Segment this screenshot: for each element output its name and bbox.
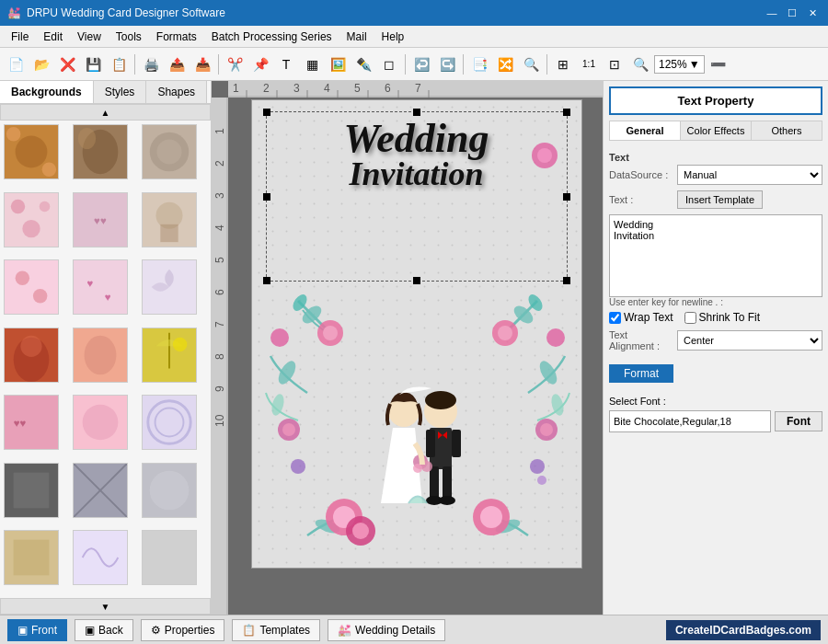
svg-text:♥: ♥ — [87, 277, 94, 289]
datasource-label: DataSource : — [609, 169, 673, 180]
font-value-input[interactable] — [609, 410, 771, 432]
menu-view[interactable]: View — [70, 29, 109, 45]
save-button[interactable]: 💾 — [81, 52, 105, 76]
scroll-down-button[interactable]: ▼ — [0, 598, 211, 615]
floral-decoration — [261, 282, 574, 549]
insert-template-button[interactable]: Insert Template — [677, 190, 763, 209]
scroll-up-button[interactable]: ▲ — [0, 104, 211, 121]
save-as-button[interactable]: 📋 — [107, 52, 131, 76]
font-button[interactable]: Font — [775, 411, 822, 431]
menu-formats[interactable]: Formats — [149, 29, 204, 45]
export-button[interactable]: 📤 — [165, 52, 189, 76]
tab-others[interactable]: Others — [752, 121, 822, 140]
svg-point-9 — [156, 139, 181, 164]
barcode-button[interactable]: ▦ — [300, 52, 324, 76]
menu-edit[interactable]: Edit — [36, 29, 70, 45]
menu-tools[interactable]: Tools — [109, 29, 149, 45]
bg-swatch-4[interactable] — [4, 192, 59, 247]
menu-bar: File Edit View Tools Formats Batch Proce… — [0, 26, 828, 48]
cut-button[interactable]: ✂️ — [223, 52, 247, 76]
zoom-reduce-button[interactable]: ➖ — [707, 52, 730, 76]
svg-text:7: 7 — [415, 82, 421, 95]
bg-swatch-3[interactable] — [142, 124, 197, 179]
bg-swatch-1[interactable] — [4, 124, 59, 179]
bg-swatch-17[interactable] — [73, 463, 128, 518]
wedding-details-button[interactable]: 💒 Wedding Details — [328, 619, 445, 641]
menu-batch[interactable]: Batch Processing Series — [204, 29, 339, 45]
zoom-out-button[interactable]: 🔍 — [628, 52, 652, 76]
print-button[interactable]: 🖨️ — [139, 52, 163, 76]
bg-swatch-12[interactable] — [142, 328, 197, 383]
bg-swatch-5[interactable]: ♥♥ — [73, 192, 128, 247]
bg-swatch-15[interactable] — [142, 395, 197, 450]
text-content-input[interactable]: Wedding Invitation — [609, 214, 822, 297]
shrink-fit-input[interactable] — [684, 312, 696, 324]
format-tab-button[interactable]: Format — [609, 364, 673, 383]
tab-general[interactable]: General — [610, 121, 681, 140]
front-button[interactable]: ▣ Front — [7, 619, 67, 641]
bg-swatch-13[interactable]: ♥♥ — [4, 395, 59, 450]
tab-shapes[interactable]: Shapes — [146, 81, 207, 103]
bg-swatch-10[interactable] — [4, 328, 59, 383]
bg-swatch-2[interactable] — [73, 124, 128, 179]
text-button[interactable]: T — [274, 52, 298, 76]
bg-swatch-6[interactable] — [142, 192, 197, 247]
tab-backgrounds[interactable]: Backgrounds — [0, 81, 94, 103]
menu-mail[interactable]: Mail — [339, 29, 374, 45]
svg-point-125 — [413, 464, 422, 473]
wedding-details-label: Wedding Details — [355, 624, 435, 637]
table-button[interactable]: ⊞ — [551, 52, 575, 76]
signature-button[interactable]: ✒️ — [351, 52, 375, 76]
separator-5 — [546, 54, 547, 75]
menu-file[interactable]: File — [4, 29, 36, 45]
bg-swatch-16[interactable] — [4, 463, 59, 518]
wrap-text-checkbox[interactable]: Wrap Text — [609, 311, 673, 324]
alignment-label: Text Alignment : — [609, 329, 673, 351]
paste-button[interactable]: 📌 — [248, 52, 272, 76]
bg-swatch-7[interactable] — [4, 259, 59, 315]
bg-swatch-8[interactable]: ♥♥ — [73, 259, 128, 315]
back-button[interactable]: ▣ Back — [75, 619, 133, 641]
svg-text:9: 9 — [213, 385, 226, 392]
bg-swatch-21[interactable] — [142, 530, 197, 585]
bg-swatch-20[interactable] — [73, 530, 128, 585]
tab-color-effects[interactable]: Color Effects — [681, 121, 752, 140]
menu-help[interactable]: Help — [374, 29, 412, 45]
svg-point-108 — [291, 459, 305, 474]
svg-point-46 — [150, 471, 190, 511]
tab-styles[interactable]: Styles — [94, 81, 147, 103]
close-button[interactable]: ✕ — [804, 5, 821, 21]
bg-swatch-19[interactable] — [4, 530, 59, 585]
datasource-select[interactable]: Manual Database CSV — [677, 165, 822, 185]
alignment-select[interactable]: Left Center Right Justify — [677, 330, 822, 351]
redo-button[interactable]: ↪️ — [435, 52, 459, 76]
minimize-button[interactable]: — — [764, 5, 780, 21]
svg-rect-115 — [430, 466, 439, 499]
shrink-fit-label: Shrink To Fit — [699, 311, 760, 324]
shape-button[interactable]: ◻ — [377, 52, 401, 76]
import-button[interactable]: 📥 — [190, 52, 214, 76]
maximize-button[interactable]: ☐ — [784, 5, 800, 21]
move-button[interactable]: 🔀 — [493, 52, 517, 76]
bg-swatch-18[interactable] — [142, 463, 197, 518]
properties-button[interactable]: ⚙ Properties — [141, 619, 225, 641]
fit-button[interactable]: ⊡ — [603, 52, 627, 76]
new-button[interactable]: 📄 — [4, 52, 28, 76]
copy-button[interactable]: 📑 — [467, 52, 491, 76]
zoom-dropdown-icon[interactable]: ▼ — [689, 58, 700, 71]
background-grid: ♥♥ ♥♥ — [0, 121, 211, 598]
bg-swatch-9[interactable] — [142, 259, 197, 315]
card-canvas[interactable]: Wedding Invitation — [251, 99, 582, 569]
templates-button[interactable]: 📋 Templates — [232, 619, 320, 641]
actual-size-button[interactable]: 1:1 — [577, 52, 601, 76]
wrap-text-input[interactable] — [609, 312, 621, 324]
zoom-in-button[interactable]: 🔍 — [519, 52, 543, 76]
shrink-fit-checkbox[interactable]: Shrink To Fit — [684, 311, 760, 324]
svg-text:10: 10 — [213, 414, 226, 427]
undo-button[interactable]: ↩️ — [409, 52, 433, 76]
bg-swatch-14[interactable] — [73, 395, 128, 450]
bg-swatch-11[interactable] — [73, 328, 128, 383]
open-button[interactable]: 📂 — [29, 52, 53, 76]
image-button[interactable]: 🖼️ — [326, 52, 350, 76]
close-file-button[interactable]: ❌ — [55, 52, 79, 76]
